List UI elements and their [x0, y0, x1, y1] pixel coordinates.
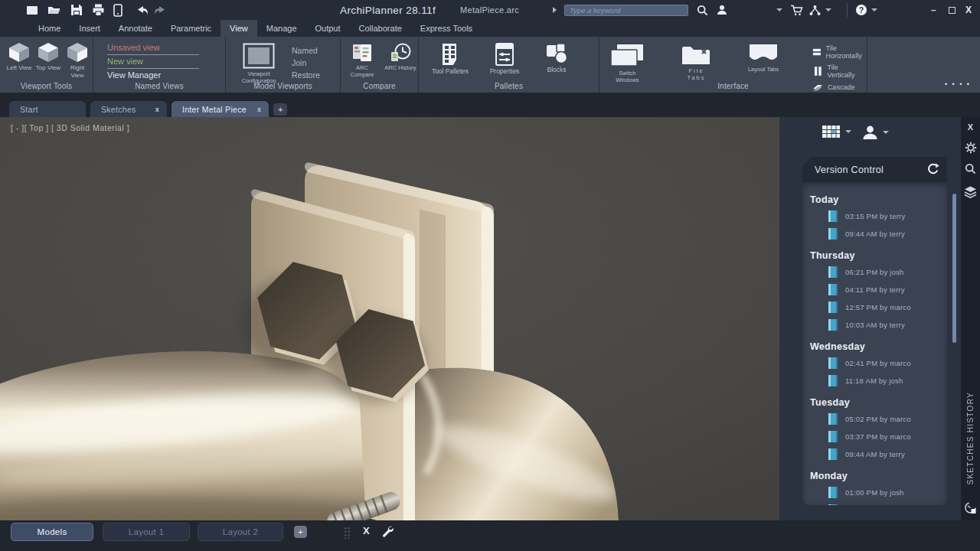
layout-tabs-label: Layout Tabs	[748, 66, 779, 73]
right-view-button[interactable]: Right View	[64, 42, 90, 79]
version-entry[interactable]: 03:15 PM by terry	[828, 207, 947, 225]
unsaved-view-item[interactable]: Unsaved view	[107, 41, 199, 55]
version-entry-label: 09:44 AM by terry	[845, 230, 905, 238]
command-bar-grip[interactable]	[344, 527, 351, 539]
menu-tab-insert[interactable]: Insert	[70, 20, 109, 37]
open-file-button[interactable]	[47, 0, 61, 20]
add-layout-button[interactable]: +	[294, 526, 307, 538]
search-icon	[965, 163, 976, 174]
version-entry[interactable]: 01:00 PM by josh	[828, 484, 947, 501]
help-caret-icon[interactable]	[871, 0, 877, 20]
menu-tab-home[interactable]: Home	[29, 20, 70, 37]
account-button[interactable]	[717, 0, 727, 20]
search-input[interactable]	[564, 5, 688, 16]
version-entry[interactable]: 03:37 PM by marco	[828, 428, 947, 445]
layout-tab-layout-1[interactable]: Layout 1	[103, 523, 190, 541]
doc-tab-inter-metal-piece[interactable]: Inter Metal Piecex	[172, 101, 269, 117]
version-entry[interactable]: 06:21 PM by josh	[828, 263, 947, 281]
named-link[interactable]: Named	[292, 44, 320, 57]
restore-link[interactable]: Restore	[292, 69, 320, 81]
menu-tab-output[interactable]: Output	[306, 20, 350, 37]
mobile-sync-button[interactable]	[113, 0, 122, 20]
top-view-button[interactable]: Top View	[35, 42, 61, 79]
tile-horizontally-button[interactable]: Tile Horizontally	[812, 44, 867, 60]
menu-tab-view[interactable]: View	[220, 20, 257, 37]
arc-history-icon	[390, 43, 411, 63]
version-entry[interactable]	[828, 501, 947, 505]
properties-button[interactable]: Properties	[483, 43, 526, 75]
arc-compare-button[interactable]: ARC Compare	[345, 43, 379, 78]
version-entry[interactable]: 09:44 AM by terry	[828, 445, 947, 463]
version-entry[interactable]: 12:57 PM by marco	[828, 298, 947, 316]
arc-history-button[interactable]: ARC History	[384, 43, 417, 78]
help-button[interactable]: ?	[856, 0, 867, 20]
new-file-button[interactable]	[26, 0, 39, 20]
app-title: ArchiPlanner 28.11f	[340, 0, 436, 20]
layout-tabs-button[interactable]: Layout Tabs	[745, 43, 782, 73]
history-dial-button[interactable]	[961, 501, 980, 514]
blocks-button[interactable]: Blocks	[538, 43, 575, 75]
window-close-button[interactable]: X	[965, 0, 972, 20]
menu-tab-parametric[interactable]: Parametric	[162, 20, 220, 37]
redo-button[interactable]	[154, 0, 165, 20]
dropdown-caret-icon[interactable]	[776, 0, 782, 20]
version-entry[interactable]: 09:44 AM by terry	[828, 225, 947, 243]
panel-settings-button[interactable]	[961, 142, 980, 154]
doc-expand-arrow-icon[interactable]	[553, 0, 557, 20]
new-view-item[interactable]: New view	[107, 55, 199, 69]
customize-button[interactable]	[381, 525, 394, 540]
store-button[interactable]	[790, 0, 803, 20]
panel-search-button[interactable]	[961, 163, 980, 174]
close-tab-icon[interactable]: x	[257, 106, 261, 113]
join-link[interactable]: Join	[292, 57, 320, 69]
save-button[interactable]	[70, 0, 83, 20]
menu-tab-collaborate[interactable]: Collaborate	[350, 20, 411, 37]
layout-tab-layout-2[interactable]: Layout 2	[198, 523, 283, 541]
viewport-configuration-button[interactable]: Viewport Configuration	[237, 43, 281, 84]
menu-tab-express-tools[interactable]: Express Tools	[411, 20, 482, 37]
refresh-button[interactable]	[926, 163, 939, 178]
undo-button[interactable]	[137, 0, 149, 20]
share-network-button[interactable]	[808, 0, 822, 20]
version-day-header: Wednesday	[810, 341, 947, 352]
history-dial-icon	[964, 501, 977, 514]
doc-tab-start[interactable]: Start	[9, 101, 86, 117]
section-label-palletes: Palletes	[419, 82, 599, 90]
version-doc-icon	[828, 413, 838, 425]
version-entry[interactable]: 05:02 PM by marco	[828, 410, 947, 428]
menu-tab-annotate[interactable]: Annotate	[109, 20, 162, 37]
print-button[interactable]	[92, 0, 105, 20]
tool-palletes-button[interactable]: Tool Palletes	[430, 43, 471, 75]
layers-button[interactable]	[961, 186, 980, 198]
layout-tab-models[interactable]: Models	[11, 523, 93, 541]
close-tab-icon[interactable]: x	[155, 106, 159, 113]
window-restore-button[interactable]	[949, 0, 956, 20]
switch-windows-button[interactable]: Switch Windows	[607, 43, 648, 83]
tile-vertically-button[interactable]: Tile Vertically	[812, 64, 867, 79]
version-list-scrollbar[interactable]	[952, 194, 956, 343]
search-button[interactable]	[697, 0, 708, 20]
author-caret-icon	[883, 131, 889, 134]
window-minimize-button[interactable]: –	[931, 0, 936, 20]
author-filter-selector[interactable]	[862, 125, 889, 140]
command-close-button[interactable]: X	[363, 525, 370, 536]
ribbon-overflow-dots-icon[interactable]: • • • •	[945, 80, 971, 88]
keyword-search[interactable]	[564, 0, 688, 20]
sketches-history-label[interactable]: SKETCHES HISTORY	[966, 392, 975, 485]
viewport-controls-label[interactable]: [ - ][ Top ] [ 3D Solid Material ]	[11, 123, 129, 132]
left-view-button[interactable]: Left View	[6, 42, 32, 79]
viewport-3d[interactable]: [ - ][ Top ] [ 3D Solid Material ]	[0, 117, 779, 520]
menu-tab-manage[interactable]: Manage	[257, 20, 306, 37]
view-manager-item[interactable]: View Manager	[107, 69, 199, 82]
version-entry[interactable]: 10:03 AM by terry	[828, 316, 947, 334]
version-entry-label: 11:18 AM by josh	[845, 377, 903, 385]
panel-close-button[interactable]: X	[961, 122, 980, 132]
file-tabs-button[interactable]: File Tabs	[678, 43, 715, 81]
dropdown-caret-icon[interactable]	[825, 0, 831, 20]
version-entry[interactable]: 04:11 PM by terry	[828, 281, 947, 298]
doc-tab-sketches[interactable]: Sketchesx	[90, 101, 167, 117]
new-document-tab-button[interactable]: +	[273, 103, 287, 116]
version-entry[interactable]: 02:41 PM by marco	[828, 354, 947, 372]
history-view-selector[interactable]	[822, 125, 851, 139]
version-entry[interactable]: 11:18 AM by josh	[828, 372, 947, 390]
